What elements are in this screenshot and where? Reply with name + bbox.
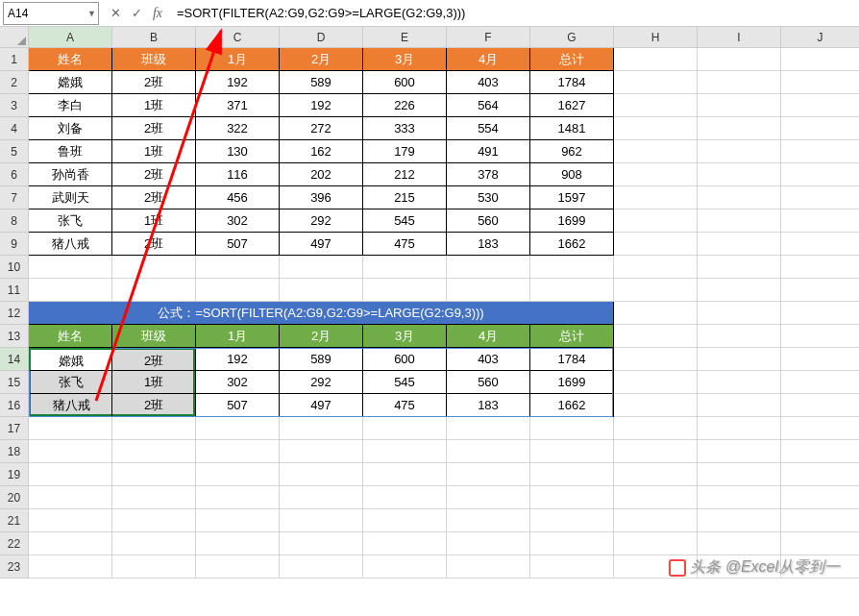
cell[interactable]: 2班 [112, 117, 196, 140]
cell[interactable] [530, 417, 614, 440]
cell[interactable] [530, 279, 614, 302]
cell[interactable]: 545 [363, 209, 447, 233]
cell[interactable] [280, 256, 363, 279]
col-header-B[interactable]: B [112, 27, 196, 48]
row-header-23[interactable]: 23 [0, 555, 29, 579]
cell[interactable]: 4月 [447, 325, 530, 348]
col-header-G[interactable]: G [530, 27, 614, 48]
cell[interactable]: 378 [447, 163, 530, 186]
cell[interactable] [614, 186, 698, 209]
cell[interactable] [363, 486, 447, 509]
row-header-19[interactable]: 19 [0, 463, 29, 486]
cell[interactable] [698, 256, 781, 279]
row-header-20[interactable]: 20 [0, 486, 29, 509]
cell[interactable]: 226 [363, 94, 447, 117]
cell[interactable]: 猪八戒 [29, 394, 112, 417]
cell[interactable]: 600 [363, 71, 447, 94]
cell[interactable]: 1699 [530, 371, 614, 394]
cell[interactable]: 600 [363, 348, 447, 371]
cell[interactable]: 183 [447, 233, 530, 256]
cell[interactable] [29, 532, 112, 555]
cell[interactable] [363, 417, 447, 440]
cell[interactable] [781, 440, 859, 463]
check-icon[interactable]: ✓ [129, 6, 144, 20]
cell[interactable]: 猪八戒 [29, 233, 112, 256]
cell[interactable]: 545 [363, 371, 447, 394]
cell[interactable]: 班级 [112, 325, 196, 348]
cell[interactable]: 鲁班 [29, 140, 112, 163]
cell[interactable] [29, 509, 112, 532]
cell[interactable]: 总计 [530, 48, 614, 71]
row-header-8[interactable]: 8 [0, 209, 29, 233]
cell[interactable] [614, 94, 698, 117]
cell[interactable]: 507 [196, 394, 280, 417]
cell[interactable] [280, 532, 363, 555]
cell[interactable] [698, 186, 781, 209]
cell[interactable] [698, 279, 781, 302]
cell[interactable] [781, 256, 859, 279]
cell[interactable]: 491 [447, 140, 530, 163]
cell[interactable] [698, 48, 781, 71]
cell[interactable] [196, 463, 280, 486]
cell[interactable] [781, 117, 859, 140]
cell[interactable] [781, 233, 859, 256]
cell[interactable]: 2班 [112, 348, 196, 371]
cells-area[interactable]: 姓名班级1月2月3月4月总计嫦娥2班1925896004031784李白1班37… [29, 48, 859, 579]
cell[interactable] [112, 555, 196, 579]
cell[interactable] [614, 371, 698, 394]
cell[interactable] [614, 117, 698, 140]
cell[interactable] [614, 279, 698, 302]
cell[interactable]: 4月 [447, 48, 530, 71]
cell[interactable]: 姓名 [29, 325, 112, 348]
cell[interactable]: 张飞 [29, 371, 112, 394]
cell[interactable]: 333 [363, 117, 447, 140]
cell[interactable]: 475 [363, 233, 447, 256]
cell[interactable]: 2班 [112, 163, 196, 186]
cell[interactable] [781, 94, 859, 117]
cell[interactable] [530, 555, 614, 579]
cell[interactable] [698, 209, 781, 233]
cell[interactable]: 396 [280, 186, 363, 209]
row-header-16[interactable]: 16 [0, 394, 29, 417]
cell[interactable] [29, 256, 112, 279]
cell[interactable]: 179 [363, 140, 447, 163]
cell[interactable] [29, 463, 112, 486]
cell[interactable] [112, 532, 196, 555]
cell[interactable] [614, 417, 698, 440]
cell[interactable]: 姓名 [29, 48, 112, 71]
cell[interactable]: 589 [280, 71, 363, 94]
cell[interactable] [698, 71, 781, 94]
cell[interactable] [447, 440, 530, 463]
cell[interactable]: 475 [363, 394, 447, 417]
row-header-18[interactable]: 18 [0, 440, 29, 463]
cell[interactable] [781, 302, 859, 325]
cell[interactable] [698, 417, 781, 440]
cell[interactable] [698, 94, 781, 117]
cell[interactable]: 192 [280, 94, 363, 117]
cell[interactable] [280, 417, 363, 440]
cell[interactable] [698, 117, 781, 140]
cell[interactable] [29, 279, 112, 302]
cell[interactable]: 292 [280, 371, 363, 394]
cell[interactable]: 1699 [530, 209, 614, 233]
cell[interactable] [781, 48, 859, 71]
cell[interactable]: 班级 [112, 48, 196, 71]
cell[interactable]: 962 [530, 140, 614, 163]
cell[interactable] [363, 256, 447, 279]
row-header-2[interactable]: 2 [0, 71, 29, 94]
cell[interactable]: 嫦娥 [29, 348, 112, 371]
cell[interactable] [447, 256, 530, 279]
row-header-15[interactable]: 15 [0, 371, 29, 394]
cell[interactable]: 292 [280, 209, 363, 233]
cell[interactable]: 130 [196, 140, 280, 163]
row-header-11[interactable]: 11 [0, 279, 29, 302]
cell[interactable] [614, 48, 698, 71]
cell[interactable] [781, 279, 859, 302]
cell[interactable] [280, 486, 363, 509]
col-header-A[interactable]: A [29, 27, 112, 48]
cell[interactable]: 497 [280, 394, 363, 417]
cell[interactable]: 507 [196, 233, 280, 256]
cell[interactable] [447, 417, 530, 440]
cell[interactable] [614, 325, 698, 348]
cell[interactable] [614, 532, 698, 555]
